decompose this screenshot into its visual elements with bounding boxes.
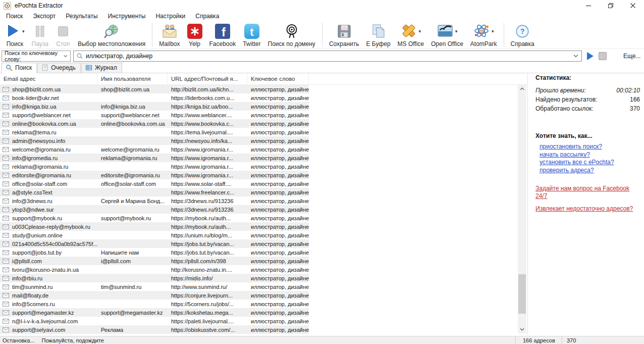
toolbar-domain-search-button[interactable]: Поиск по домену: [264, 21, 319, 48]
toolbar-save-button[interactable]: Сохранить: [326, 21, 363, 48]
chevron-down-icon[interactable]: ▾: [455, 29, 458, 34]
toolbar-pause-button[interactable]: Пауза: [28, 21, 52, 48]
email-envelope-icon: [3, 173, 9, 178]
menu-help[interactable]: Справка: [190, 12, 224, 20]
table-row[interactable]: info@3dnews.ru Сергей и Марина Бонд... h…: [0, 196, 309, 205]
url-cell: https://mybook.ru/auth...: [168, 215, 247, 221]
table-row[interactable]: reklama@igromania.ru https://www.igroman…: [0, 162, 309, 171]
table-row[interactable]: info@kniga.biz.ua info@kniga.biz.ua http…: [0, 102, 309, 111]
table-row[interactable]: shop@bizlit.com.ua shop@bizlit.com.ua ht…: [0, 85, 309, 93]
howto-link[interactable]: приостановить поиск?: [540, 143, 640, 151]
toolbar-stop-button[interactable]: Стоп: [52, 21, 74, 48]
toolbar-mailbox-button[interactable]: Mailbox: [155, 21, 183, 48]
column-header-url[interactable]: URL адрес/Почтовый я...: [168, 73, 247, 84]
minimize-button[interactable]: [577, 0, 600, 11]
chevron-down-icon[interactable]: ▾: [419, 29, 421, 34]
scroll-up-button[interactable]: [518, 85, 526, 93]
chevron-down-icon[interactable]: ▾: [22, 29, 25, 34]
toolbar-atompark-button[interactable]: @ ▾ AtomPark: [467, 21, 501, 48]
howto-link[interactable]: начать рассылку?: [540, 151, 640, 159]
table-row[interactable]: support@selyavi.com Реклама https://obis…: [0, 325, 309, 334]
chevron-down-icon[interactable]: ▾: [492, 29, 494, 34]
table-row[interactable]: admin@newsyou.info https://newsyou.info/…: [0, 136, 309, 145]
table-row[interactable]: i@pllsll.com i@pllsll.com https://pllsll…: [0, 257, 309, 265]
toolbar-yelp-button[interactable]: Yelp: [184, 21, 206, 48]
toolbar-facebook-button[interactable]: f Facebook: [206, 21, 240, 48]
menu-search[interactable]: Поиск: [1, 12, 28, 20]
table-row[interactable]: n@l-i-v-k-a.livejournal.com https://pale…: [0, 317, 309, 325]
email-envelope-icon: [3, 250, 9, 255]
column-header-email[interactable]: Email адрес: [0, 73, 97, 84]
email-envelope-icon: [3, 233, 9, 238]
url-cell: https://kokshetau.mega...: [168, 310, 247, 316]
table-row[interactable]: office@solar-staff.com office@solar-staf…: [0, 179, 309, 188]
table-row[interactable]: support@jobs.tut.by Напишите нам https:/…: [0, 248, 309, 257]
column-header-keyword[interactable]: Ключевое слово: [247, 73, 309, 84]
menu-tools[interactable]: Инструменты: [103, 12, 151, 20]
table-row[interactable]: tvoru@korusno-znatu.in.ua http://korusno…: [0, 265, 309, 274]
stop-search-button[interactable]: [599, 52, 607, 60]
scroll-down-button[interactable]: [518, 325, 526, 333]
table-row[interactable]: study@unium.online https://unium.ru/blog…: [0, 231, 309, 239]
toolbar-twitter-button[interactable]: t Twitter: [239, 21, 264, 48]
username-cell: tim@sunmind.ru: [97, 284, 168, 290]
email-envelope-icon: [3, 95, 9, 101]
howto-link[interactable]: установить все с ePochta?: [540, 159, 640, 167]
url-cell: https://liderbooks.com.u...: [168, 95, 247, 101]
table-row[interactable]: reklama@tema.ru https://tema.livejournal…: [0, 128, 309, 136]
email-cell: n@l-i-v-k-a.livejournal.com: [12, 318, 78, 324]
close-button[interactable]: [622, 0, 644, 11]
menu-results[interactable]: Результаты: [61, 12, 102, 20]
howto-link[interactable]: проверить адреса?: [540, 167, 640, 175]
table-row[interactable]: welcome@igromania.ru welcome@igromania.r…: [0, 145, 309, 154]
email-cell: support@megamaster.kz: [12, 310, 74, 316]
start-search-button[interactable]: [587, 52, 594, 60]
table-row[interactable]: online@bookovka.com.ua online@bookovka.c…: [0, 119, 309, 128]
email-cell: support@weblancer.net: [12, 112, 71, 118]
results-panel: Email адрес Имя пользователя URL адрес/П…: [0, 73, 528, 336]
tab-journal[interactable]: Журнал: [81, 63, 122, 73]
table-row[interactable]: support@mybook.ru support@mybook.ru http…: [0, 214, 309, 222]
facebook-question-link[interactable]: Задайте нам вопрос на Facebook 24/7: [535, 185, 640, 200]
table-row[interactable]: a@style.cssText https://www.freelancer.c…: [0, 188, 309, 196]
table-row[interactable]: support@megamaster.kz support@megamaster…: [0, 308, 309, 317]
email-envelope-icon: [3, 87, 9, 92]
tab-search[interactable]: Поиск: [2, 63, 37, 73]
email-cell: info@3dnews.ru: [12, 198, 52, 204]
chevron-down-icon[interactable]: [573, 54, 578, 58]
not-enough-addresses-link[interactable]: Извлекает недостаточно адресов?: [535, 205, 640, 213]
table-row[interactable]: info@5corners.ru https://5corners.ru/job…: [0, 300, 309, 308]
vertical-scrollbar[interactable]: [518, 85, 526, 333]
keyword-input[interactable]: [86, 53, 570, 60]
menu-settings[interactable]: Настройки: [150, 12, 190, 20]
table-row[interactable]: tim@sunmind.ru tim@sunmind.ru http://www…: [0, 282, 309, 291]
url-cell: https://www.igromania.r...: [168, 155, 247, 161]
toolbar-help-button[interactable]: ? Справка: [507, 21, 538, 48]
menu-export[interactable]: Экспорт: [28, 12, 61, 20]
toolbar-location-button[interactable]: Выбор местоположения: [74, 21, 149, 48]
table-row[interactable]: editorsite@igromania.ru editorsite@igrom…: [0, 171, 309, 179]
toolbar-openoffice-button[interactable]: ▾ Open Office: [427, 21, 467, 48]
toolbar-search-button[interactable]: ▾ Поиск: [2, 21, 28, 48]
toolbar-buffer-button[interactable]: Е Буфер: [363, 21, 394, 48]
table-row[interactable]: 021a400d5c554c00a0b92ac575f... https://j…: [0, 239, 309, 248]
tab-queue[interactable]: Очередь: [37, 63, 81, 73]
table-row[interactable]: info@igromedia.ru reklama@igromania.ru h…: [0, 154, 309, 162]
column-header-name[interactable]: Имя пользователя: [97, 73, 168, 84]
scrollbar-thumb[interactable]: [518, 274, 526, 314]
table-row[interactable]: book-lider@ukr.net https://liderbooks.co…: [0, 93, 309, 102]
scrollbar-track[interactable]: [518, 93, 526, 325]
toolbar-msoffice-button[interactable]: ▾ MS Office: [394, 21, 427, 48]
open-office-icon: [437, 23, 453, 40]
url-cell: https://3dnews.ru/913236: [168, 207, 247, 213]
table-row[interactable]: u003Cplease-reply@mybook.ru https://mybo…: [0, 222, 309, 231]
search-mode-select[interactable]: Поиск по ключевому слову:: [2, 51, 71, 62]
more-button[interactable]: Еще...: [623, 53, 640, 60]
table-row[interactable]: info@rbiu.ru https://midis.info/ иллюстр…: [0, 274, 309, 282]
restore-button[interactable]: [600, 0, 622, 11]
table-row[interactable]: mail@floaty.de https://conjure.livejourn…: [0, 291, 309, 300]
table-row[interactable]: ytop3@ndwe.sur https://3dnews.ru/913236 …: [0, 205, 309, 214]
table-row[interactable]: support@weblancer.net support@weblancer.…: [0, 111, 309, 119]
email-envelope-icon: [3, 138, 9, 143]
keyword-cell: иллюстратор, дизайнер: [247, 129, 309, 135]
